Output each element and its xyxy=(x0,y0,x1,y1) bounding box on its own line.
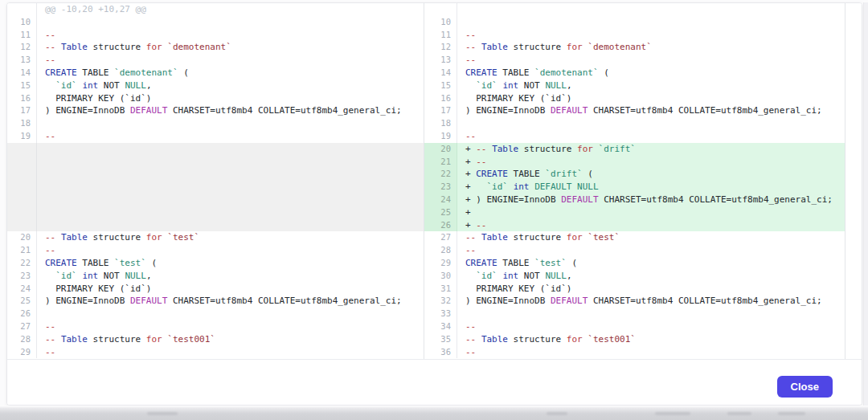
line-number: 13 xyxy=(7,54,37,67)
diff-row: 35-- Table structure for `test001` xyxy=(424,333,845,346)
diff-row: 27-- Table structure for `test` xyxy=(424,231,845,244)
code-line: + xyxy=(457,206,845,219)
diff-right-margin xyxy=(845,3,862,359)
line-number: 16 xyxy=(7,92,37,105)
diff-row: 14CREATE TABLE `demotenant` ( xyxy=(424,67,845,80)
code-line: + CREATE TABLE `drift` ( xyxy=(457,168,845,181)
code-line: -- xyxy=(457,244,845,257)
line-number: 24 xyxy=(7,283,37,296)
line-number: 35 xyxy=(424,333,457,346)
background-table-remnant xyxy=(547,412,567,415)
code-line: -- Table structure for `demotenant` xyxy=(457,41,845,54)
collapsed-gap xyxy=(7,143,424,232)
background-table-remnant xyxy=(778,412,805,415)
diff-dialog: @@ -10,20 +10,27 @@1011--12-- Table stru… xyxy=(6,2,862,406)
code-line: -- xyxy=(37,130,424,143)
line-number: 26 xyxy=(7,308,37,320)
code-line: + `id` int DEFAULT NULL xyxy=(457,181,845,194)
line-number: 17 xyxy=(7,104,37,117)
line-number xyxy=(424,3,457,16)
code-line: -- xyxy=(37,244,424,257)
line-number: 14 xyxy=(7,67,37,80)
diff-row-added: 23+ `id` int DEFAULT NULL xyxy=(424,181,845,194)
line-number: 21 xyxy=(424,156,457,169)
code-line: -- xyxy=(457,320,845,333)
line-number: 12 xyxy=(7,41,37,54)
diff-row-added: 26+ -- xyxy=(424,219,845,232)
line-number: 29 xyxy=(424,257,457,270)
close-button[interactable]: Close xyxy=(777,376,833,398)
diff-row: 19-- xyxy=(424,130,845,143)
diff-row: 15 `id` int NOT NULL, xyxy=(424,80,845,92)
diff-row-added: 24+ ) ENGINE=InnoDB DEFAULT CHARSET=utf8… xyxy=(424,194,845,206)
diff-row: 15 `id` int NOT NULL, xyxy=(7,80,424,92)
diff-pane-left: @@ -10,20 +10,27 @@1011--12-- Table stru… xyxy=(7,3,424,359)
code-line: -- Table structure for `demotenant` xyxy=(37,41,424,54)
code-line: PRIMARY KEY (`id`) xyxy=(37,283,424,296)
code-line: -- xyxy=(37,320,424,333)
code-line: CREATE TABLE `demotenant` ( xyxy=(457,67,845,80)
line-number: 25 xyxy=(424,206,457,219)
code-line: -- xyxy=(457,346,845,359)
diff-row: 29CREATE TABLE `test` ( xyxy=(424,257,845,270)
code-line xyxy=(457,3,845,16)
diff-row: 16 PRIMARY KEY (`id`) xyxy=(424,92,845,105)
diff-viewer: @@ -10,20 +10,27 @@1011--12-- Table stru… xyxy=(7,3,862,360)
code-line: -- Table structure for `test` xyxy=(37,231,424,244)
line-number: 18 xyxy=(424,117,457,130)
line-number: 27 xyxy=(424,231,457,244)
line-number: 26 xyxy=(424,219,457,232)
diff-pane-right: 1011--12-- Table structure for `demotena… xyxy=(424,3,845,359)
diff-row: 18 xyxy=(424,117,845,130)
diff-row: 12-- Table structure for `demotenant` xyxy=(7,41,424,54)
code-line xyxy=(457,16,845,29)
code-line: -- xyxy=(457,54,845,67)
line-number: 28 xyxy=(424,244,457,257)
diff-row: 31 PRIMARY KEY (`id`) xyxy=(424,283,845,296)
code-line: `id` int NOT NULL, xyxy=(457,80,845,92)
code-line xyxy=(457,308,845,320)
line-number: 17 xyxy=(424,104,457,117)
code-line xyxy=(37,16,424,29)
diff-row: 28-- Table structure for `test001` xyxy=(7,333,424,346)
diff-row: 10 xyxy=(7,16,424,29)
background-table-remnant xyxy=(655,412,690,415)
code-line xyxy=(37,143,424,232)
code-line: ) ENGINE=InnoDB DEFAULT CHARSET=utf8mb4 … xyxy=(457,295,845,308)
vertical-scrollbar[interactable] xyxy=(863,2,868,406)
code-line: CREATE TABLE `test` ( xyxy=(37,257,424,270)
background-table-remnant xyxy=(147,412,178,415)
diff-row: 20-- Table structure for `test` xyxy=(7,231,424,244)
diff-row: 36-- xyxy=(424,346,845,359)
line-number: 11 xyxy=(424,29,457,42)
diff-row: 13-- xyxy=(424,54,845,67)
code-line: PRIMARY KEY (`id`) xyxy=(37,92,424,105)
line-number: 27 xyxy=(7,320,37,333)
line-number: 23 xyxy=(424,181,457,194)
line-number: 23 xyxy=(7,270,37,283)
code-line: -- xyxy=(457,130,845,143)
code-line: PRIMARY KEY (`id`) xyxy=(457,92,845,105)
line-number xyxy=(7,3,37,16)
code-line: `id` int NOT NULL, xyxy=(37,80,424,92)
diff-row: 33 xyxy=(424,308,845,320)
background-table-remnant xyxy=(727,412,751,415)
diff-row: 34-- xyxy=(424,320,845,333)
diff-row: 17) ENGINE=InnoDB DEFAULT CHARSET=utf8mb… xyxy=(7,104,424,117)
diff-row: 14CREATE TABLE `demotenant` ( xyxy=(7,67,424,80)
diff-row: 24 PRIMARY KEY (`id`) xyxy=(7,283,424,296)
diff-row: 22CREATE TABLE `test` ( xyxy=(7,257,424,270)
line-number: 19 xyxy=(7,130,37,143)
dialog-footer: Close xyxy=(7,360,862,405)
code-line: -- Table structure for `test001` xyxy=(457,333,845,346)
code-line: -- xyxy=(457,29,845,42)
diff-row-added: 25+ xyxy=(424,206,845,219)
diff-row: 16 PRIMARY KEY (`id`) xyxy=(7,92,424,105)
line-number: 18 xyxy=(7,117,37,130)
diff-row: 11-- xyxy=(7,29,424,42)
code-line xyxy=(457,117,845,130)
line-number: 32 xyxy=(424,295,457,308)
code-line: ) ENGINE=InnoDB DEFAULT CHARSET=utf8mb4 … xyxy=(37,104,424,117)
code-line: PRIMARY KEY (`id`) xyxy=(457,283,845,296)
code-line: + ) ENGINE=InnoDB DEFAULT CHARSET=utf8mb… xyxy=(457,194,845,206)
